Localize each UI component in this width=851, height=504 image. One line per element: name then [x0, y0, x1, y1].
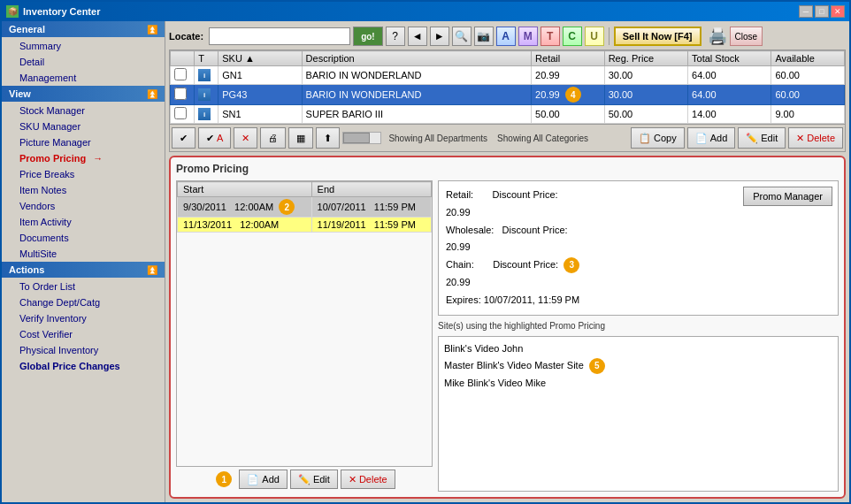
u-button[interactable]: U [585, 27, 604, 46]
layout-button[interactable]: ▦ [288, 127, 313, 149]
promo-table-row[interactable]: 9/30/2011 12:00AM 2 10/07/2011 11:59 PM [178, 197, 432, 218]
col-total-stock[interactable]: Total Stock [688, 51, 771, 66]
view-collapse-icon: ⏫ [147, 89, 157, 99]
grid-delete-button[interactable]: ✕ Delete [788, 127, 843, 149]
horizontal-scrollbar[interactable] [342, 132, 381, 144]
sidebar-item-to-order-list[interactable]: To Order List [2, 279, 165, 294]
sidebar-item-stock-manager[interactable]: Stock Manager [2, 103, 165, 118]
row-checkbox-3[interactable] [174, 107, 187, 119]
sidebar-item-sku-manager[interactable]: SKU Manager [2, 118, 165, 134]
promo-manager-button[interactable]: Promo Manager [743, 187, 832, 206]
sidebar-actions-header[interactable]: Actions ⏫ [2, 262, 165, 278]
sidebar-item-multisite[interactable]: MultiSite [2, 246, 165, 262]
sidebar-item-picture-manager[interactable]: Picture Manager [2, 134, 165, 150]
promo-delete-button[interactable]: ✕ Delete [341, 470, 395, 489]
col-check [171, 51, 195, 66]
grid-edit-button[interactable]: ✏️ Edit [738, 127, 786, 149]
sidebar-item-change-dept[interactable]: Change Dept/Catg [2, 294, 165, 310]
col-reg-price[interactable]: Reg. Price [604, 51, 687, 66]
camera-button[interactable]: 📷 [474, 27, 494, 46]
locate-input[interactable] [209, 27, 350, 45]
sidebar-item-promo-pricing[interactable]: Promo Pricing → [2, 150, 165, 166]
sidebar-item-item-notes[interactable]: Item Notes [2, 182, 165, 198]
row-checkbox-2[interactable] [174, 88, 187, 100]
sidebar-item-summary[interactable]: Summary [2, 38, 165, 54]
callout-2: 2 [279, 199, 295, 215]
grid-copy-button[interactable]: 📋 Copy [631, 127, 685, 149]
x-button[interactable]: ✕ [234, 127, 257, 149]
promo-add-icon: 📄 [247, 474, 259, 485]
content-area: Locate: go! ? ◄ ► 🔍 📷 A M T C U Sell It … [165, 21, 849, 502]
scrollbar-thumb [343, 133, 370, 143]
callout-5: 5 [589, 358, 605, 374]
sidebar-view-header[interactable]: View ⏫ [2, 86, 165, 102]
a-button[interactable]: A [496, 27, 516, 46]
callout-4: 4 [565, 87, 581, 103]
general-collapse-icon: ⏫ [147, 25, 157, 34]
back-button[interactable]: ◄ [408, 27, 427, 46]
print-button[interactable]: 🖨 [260, 127, 286, 149]
type-icon-1: i [198, 69, 211, 81]
site-item-3: Mike Blink's Video Mike [444, 375, 832, 393]
add-icon: 📄 [695, 133, 708, 144]
actions-collapse-icon: ⏫ [147, 265, 157, 275]
sidebar-item-price-breaks[interactable]: Price Breaks [2, 166, 165, 182]
sidebar-item-management[interactable]: Management [2, 70, 165, 86]
locate-label: Locate: [169, 31, 203, 42]
sidebar-item-cost-verifier[interactable]: Cost Verifier [2, 326, 165, 342]
sidebar-item-global-price-changes[interactable]: Global Price Changes [2, 358, 165, 374]
window-controls: ─ □ ✕ [799, 5, 845, 18]
t-button[interactable]: T [540, 27, 560, 46]
promo-table-row[interactable]: 11/13/2011 12:00AM 11/19/2011 11:59 PM [178, 218, 432, 233]
up-button[interactable]: ⬆ [316, 127, 340, 149]
col-description[interactable]: Description [302, 51, 532, 66]
window-close-button[interactable]: ✕ [831, 5, 845, 18]
sell-it-now-button[interactable]: Sell It Now [F4] [614, 27, 702, 46]
col-type[interactable]: T [195, 51, 218, 66]
promo-delete-icon: ✕ [349, 474, 356, 485]
chain-info: Chain: Discount Price: 3 [446, 256, 831, 274]
forward-button[interactable]: ► [430, 27, 449, 46]
sidebar-item-documents[interactable]: Documents [2, 230, 165, 246]
delete-icon: ✕ [796, 133, 804, 144]
check-a-button[interactable]: ✔A [198, 127, 231, 149]
sidebar-item-item-activity[interactable]: Item Activity [2, 214, 165, 230]
promo-info-area: Promo Manager Retail: Discount Price: 20… [438, 180, 839, 492]
showing-departments: Showing All Departments [388, 134, 487, 143]
promo-edit-button[interactable]: ✏️ Edit [290, 470, 338, 489]
callout-3: 3 [564, 257, 579, 273]
c-button[interactable]: C [563, 27, 582, 46]
search-button[interactable]: 🔍 [452, 27, 472, 46]
table-row[interactable]: i SN1 SUPER BARIO III 50.00 50.00 14.00 … [171, 105, 845, 124]
check-button[interactable]: ✔ [172, 127, 196, 149]
help-button[interactable]: ? [386, 27, 405, 46]
inventory-table: T SKU ▲ Description Retail Reg. Price To… [170, 50, 845, 124]
sidebar-item-detail[interactable]: Detail [2, 54, 165, 70]
sidebar-item-physical-inventory[interactable]: Physical Inventory [2, 342, 165, 358]
site-item-1: Blink's Video John [444, 340, 832, 358]
col-available[interactable]: Available [771, 51, 845, 66]
retail-value: 20.99 [446, 204, 831, 222]
col-retail[interactable]: Retail [532, 51, 605, 66]
grid-add-button[interactable]: 📄 Add [687, 127, 736, 149]
wholesale-info: Wholesale: Discount Price: [446, 222, 831, 240]
promo-add-button[interactable]: 📄 Add [239, 470, 288, 489]
m-button[interactable]: M [518, 27, 538, 46]
promo-table: Start End 9/30/2011 12:00AM 2 10/07/2011… [177, 181, 432, 233]
col-sku[interactable]: SKU ▲ [218, 51, 302, 66]
promo-col-start[interactable]: Start [178, 182, 312, 197]
promo-edit-icon: ✏️ [298, 474, 310, 485]
close-button[interactable]: Close [730, 27, 763, 46]
row-checkbox-1[interactable] [174, 68, 187, 80]
go-button[interactable]: go! [353, 27, 383, 46]
wholesale-value: 20.99 [446, 239, 831, 256]
table-row[interactable]: i GN1 BARIO IN WONDERLAND 20.99 30.00 64… [171, 66, 845, 85]
table-row[interactable]: i PG43 BARIO IN WONDERLAND 20.99 4 30.00… [171, 85, 845, 105]
maximize-button[interactable]: □ [815, 5, 829, 18]
minimize-button[interactable]: ─ [799, 5, 813, 18]
promo-toolbar: 1 📄 Add ✏️ Edit ✕ Delete [176, 467, 433, 492]
promo-col-end[interactable]: End [311, 182, 431, 197]
sidebar-item-verify-inventory[interactable]: Verify Inventory [2, 310, 165, 326]
sidebar-general-header[interactable]: General ⏫ [2, 21, 165, 37]
sidebar-item-vendors[interactable]: Vendors [2, 198, 165, 214]
